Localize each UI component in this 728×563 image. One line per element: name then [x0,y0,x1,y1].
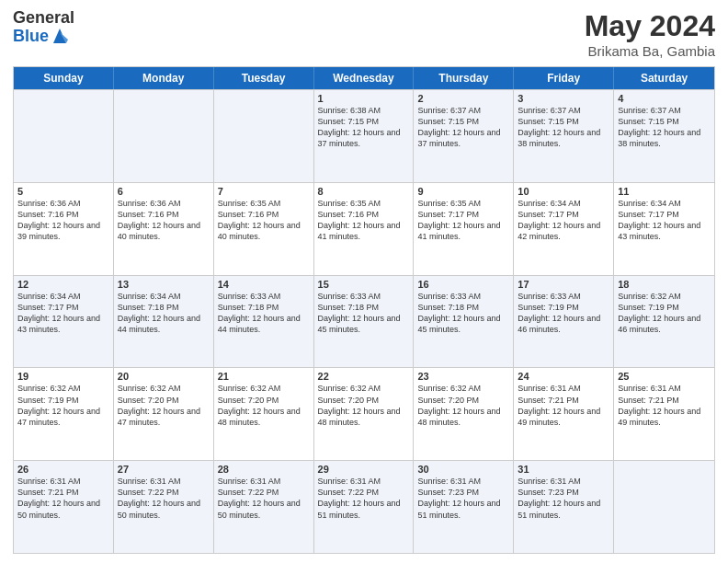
cal-cell: 4Sunrise: 6:37 AM Sunset: 7:15 PM Daylig… [614,90,714,182]
cell-info: Sunrise: 6:33 AM Sunset: 7:18 PM Dayligh… [318,291,410,336]
logo-text: General Blue [13,9,74,46]
day-number: 22 [318,371,410,382]
cell-info: Sunrise: 6:35 AM Sunset: 7:17 PM Dayligh… [417,198,509,243]
day-number: 8 [318,186,410,197]
cal-cell: 9Sunrise: 6:35 AM Sunset: 7:17 PM Daylig… [414,183,514,275]
cell-info: Sunrise: 6:33 AM Sunset: 7:18 PM Dayligh… [417,291,509,336]
logo: General Blue [13,9,74,46]
day-number: 26 [17,464,109,475]
day-number: 14 [218,279,310,290]
day-number: 31 [518,464,609,475]
cal-cell: 3Sunrise: 6:37 AM Sunset: 7:15 PM Daylig… [514,90,614,182]
cal-cell: 8Sunrise: 6:35 AM Sunset: 7:16 PM Daylig… [314,183,415,275]
cal-header-cell-saturday: Saturday [614,67,714,89]
cal-cell [14,90,114,182]
cal-row-2: 12Sunrise: 6:34 AM Sunset: 7:17 PM Dayli… [14,275,714,368]
cell-info: Sunrise: 6:32 AM Sunset: 7:20 PM Dayligh… [417,383,509,428]
cal-cell: 24Sunrise: 6:31 AM Sunset: 7:21 PM Dayli… [514,368,614,460]
day-number: 2 [417,93,509,104]
cal-cell [114,90,214,182]
cal-cell: 23Sunrise: 6:32 AM Sunset: 7:20 PM Dayli… [414,368,514,460]
cal-cell [214,90,314,182]
cell-info: Sunrise: 6:31 AM Sunset: 7:21 PM Dayligh… [518,383,609,428]
cal-header-cell-monday: Monday [114,67,214,89]
cal-cell: 22Sunrise: 6:32 AM Sunset: 7:20 PM Dayli… [314,368,415,460]
title-block: May 2024 Brikama Ba, Gambia [585,9,715,59]
day-number: 21 [218,371,310,382]
cal-cell: 12Sunrise: 6:34 AM Sunset: 7:17 PM Dayli… [14,276,114,368]
cal-header-cell-friday: Friday [514,67,614,89]
day-number: 13 [118,279,210,290]
cell-info: Sunrise: 6:38 AM Sunset: 7:15 PM Dayligh… [318,105,410,150]
cell-info: Sunrise: 6:31 AM Sunset: 7:23 PM Dayligh… [417,476,509,521]
day-number: 24 [518,371,609,382]
cell-info: Sunrise: 6:34 AM Sunset: 7:17 PM Dayligh… [17,291,109,336]
cell-info: Sunrise: 6:37 AM Sunset: 7:15 PM Dayligh… [417,105,509,150]
day-number: 7 [218,186,310,197]
cell-info: Sunrise: 6:33 AM Sunset: 7:18 PM Dayligh… [218,291,310,336]
cal-row-1: 5Sunrise: 6:36 AM Sunset: 7:16 PM Daylig… [14,182,714,275]
cell-info: Sunrise: 6:31 AM Sunset: 7:22 PM Dayligh… [318,476,410,521]
cell-info: Sunrise: 6:33 AM Sunset: 7:19 PM Dayligh… [518,291,609,336]
cell-info: Sunrise: 6:31 AM Sunset: 7:21 PM Dayligh… [17,476,109,521]
cell-info: Sunrise: 6:34 AM Sunset: 7:18 PM Dayligh… [118,291,210,336]
day-number: 16 [417,279,509,290]
cell-info: Sunrise: 6:35 AM Sunset: 7:16 PM Dayligh… [318,198,410,243]
cal-header-cell-thursday: Thursday [414,67,514,89]
svg-marker-0 [53,29,66,43]
cell-info: Sunrise: 6:32 AM Sunset: 7:20 PM Dayligh… [318,383,410,428]
cal-cell: 1Sunrise: 6:38 AM Sunset: 7:15 PM Daylig… [314,90,415,182]
day-number: 10 [518,186,609,197]
day-number: 18 [618,279,711,290]
cell-info: Sunrise: 6:31 AM Sunset: 7:23 PM Dayligh… [518,476,609,521]
cal-cell: 14Sunrise: 6:33 AM Sunset: 7:18 PM Dayli… [214,276,314,368]
day-number: 28 [218,464,310,475]
cal-cell: 31Sunrise: 6:31 AM Sunset: 7:23 PM Dayli… [514,461,614,553]
day-number: 19 [17,371,109,382]
day-number: 15 [318,279,410,290]
cell-info: Sunrise: 6:32 AM Sunset: 7:19 PM Dayligh… [17,383,109,428]
cal-cell: 20Sunrise: 6:32 AM Sunset: 7:20 PM Dayli… [114,368,214,460]
cal-cell: 7Sunrise: 6:35 AM Sunset: 7:16 PM Daylig… [214,183,314,275]
cal-cell: 10Sunrise: 6:34 AM Sunset: 7:17 PM Dayli… [514,183,614,275]
calendar-header: SundayMondayTuesdayWednesdayThursdayFrid… [14,67,714,89]
cal-cell: 30Sunrise: 6:31 AM Sunset: 7:23 PM Dayli… [414,461,514,553]
day-number: 12 [17,279,109,290]
cal-row-4: 26Sunrise: 6:31 AM Sunset: 7:21 PM Dayli… [14,460,714,553]
cal-cell [614,461,714,553]
cal-cell: 25Sunrise: 6:31 AM Sunset: 7:21 PM Dayli… [614,368,714,460]
cal-cell: 13Sunrise: 6:34 AM Sunset: 7:18 PM Dayli… [114,276,214,368]
logo-blue: Blue [13,28,49,46]
day-number: 29 [318,464,410,475]
cal-cell: 28Sunrise: 6:31 AM Sunset: 7:22 PM Dayli… [214,461,314,553]
cal-cell: 16Sunrise: 6:33 AM Sunset: 7:18 PM Dayli… [414,276,514,368]
day-number: 27 [118,464,210,475]
day-number: 3 [518,93,609,104]
page: General Blue May 2024 Brikama Ba, Gambia… [0,0,728,563]
cal-row-3: 19Sunrise: 6:32 AM Sunset: 7:19 PM Dayli… [14,367,714,460]
calendar: SundayMondayTuesdayWednesdayThursdayFrid… [13,66,715,554]
cal-cell: 5Sunrise: 6:36 AM Sunset: 7:16 PM Daylig… [14,183,114,275]
logo-icon [51,27,68,45]
cell-info: Sunrise: 6:34 AM Sunset: 7:17 PM Dayligh… [618,198,711,243]
cal-cell: 18Sunrise: 6:32 AM Sunset: 7:19 PM Dayli… [614,276,714,368]
cal-cell: 26Sunrise: 6:31 AM Sunset: 7:21 PM Dayli… [14,461,114,553]
day-number: 9 [417,186,509,197]
day-number: 6 [118,186,210,197]
cal-header-cell-wednesday: Wednesday [314,67,415,89]
cal-cell: 29Sunrise: 6:31 AM Sunset: 7:22 PM Dayli… [314,461,415,553]
day-number: 17 [518,279,609,290]
cal-cell: 19Sunrise: 6:32 AM Sunset: 7:19 PM Dayli… [14,368,114,460]
day-number: 30 [417,464,509,475]
cell-info: Sunrise: 6:34 AM Sunset: 7:17 PM Dayligh… [518,198,609,243]
day-number: 4 [618,93,711,104]
cell-info: Sunrise: 6:37 AM Sunset: 7:15 PM Dayligh… [518,105,609,150]
header: General Blue May 2024 Brikama Ba, Gambia [13,9,715,59]
cal-cell: 17Sunrise: 6:33 AM Sunset: 7:19 PM Dayli… [514,276,614,368]
cell-info: Sunrise: 6:31 AM Sunset: 7:22 PM Dayligh… [118,476,210,521]
day-number: 23 [417,371,509,382]
cell-info: Sunrise: 6:35 AM Sunset: 7:16 PM Dayligh… [218,198,310,243]
cal-cell: 11Sunrise: 6:34 AM Sunset: 7:17 PM Dayli… [614,183,714,275]
cell-info: Sunrise: 6:31 AM Sunset: 7:22 PM Dayligh… [218,476,310,521]
day-number: 1 [318,93,410,104]
